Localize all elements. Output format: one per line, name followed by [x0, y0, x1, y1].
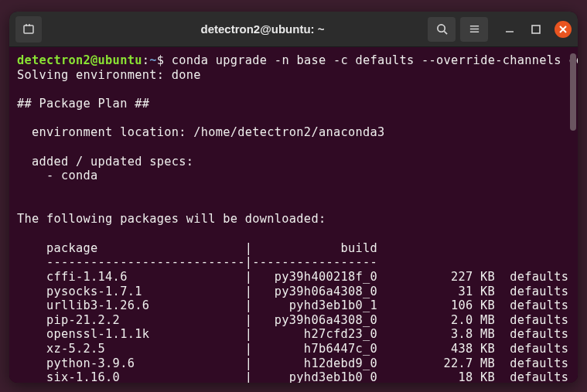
- prompt-path: ~: [149, 53, 157, 67]
- blank-line: [17, 140, 570, 155]
- window-title: detectron2@ubuntu: ~: [124, 22, 401, 36]
- maximize-button[interactable]: [528, 22, 544, 37]
- blank-line: [17, 183, 570, 198]
- titlebar-right: [401, 17, 572, 42]
- search-button[interactable]: [428, 17, 456, 42]
- package-row: pysocks-1.7.1 | py39h06a4308_0 31 KB def…: [17, 285, 570, 299]
- prompt-separator: :: [142, 53, 150, 67]
- svg-rect-0: [24, 26, 33, 33]
- titlebar-left: [15, 16, 124, 43]
- svg-rect-2: [532, 26, 540, 33]
- svg-point-1: [437, 25, 444, 32]
- package-row: pip-21.2.2 | py39h06a4308_0 2.0 MB defau…: [17, 313, 570, 328]
- command: conda upgrade -n base -c defaults --over…: [172, 53, 578, 67]
- window-controls: [502, 21, 572, 38]
- package-row: cffi-1.14.6 | py39h400218f_0 227 KB defa…: [17, 270, 570, 285]
- solving-line: Solving environment: done: [17, 68, 570, 83]
- blank-line: [17, 198, 570, 213]
- close-button[interactable]: [555, 21, 572, 38]
- package-row: six-1.16.0 | pyhd3eb1b0_0 18 KB defaults: [17, 370, 570, 383]
- specs-item: - conda: [17, 169, 570, 183]
- env-location: environment location: /home/detectron2/a…: [17, 125, 570, 140]
- package-rows: cffi-1.14.6 | py39h400218f_0 227 KB defa…: [17, 270, 570, 383]
- new-tab-button[interactable]: [15, 16, 42, 43]
- prompt-user-host: detectron2@ubuntu: [17, 53, 142, 67]
- minimize-button[interactable]: [502, 22, 517, 37]
- package-row: xz-5.2.5 | h7b6447c_0 438 KB defaults: [17, 342, 570, 356]
- table-header: package | build: [17, 241, 570, 256]
- plan-header: ## Package Plan ##: [17, 97, 570, 111]
- blank-line: [17, 111, 570, 126]
- download-header: The following packages will be downloade…: [17, 212, 570, 227]
- terminal-window: detectron2@ubuntu: ~ detectron2@: [9, 12, 578, 383]
- prompt-symbol: $: [157, 53, 165, 67]
- blank-line: [17, 82, 570, 97]
- specs-header: added / updated specs:: [17, 155, 570, 169]
- scrollbar-thumb[interactable]: [570, 53, 576, 131]
- command-text: [164, 53, 172, 67]
- hamburger-menu-button[interactable]: [460, 17, 488, 42]
- titlebar: detectron2@ubuntu: ~: [9, 12, 578, 47]
- prompt-line: detectron2@ubuntu:~$ conda upgrade -n ba…: [17, 53, 570, 68]
- terminal-body[interactable]: detectron2@ubuntu:~$ conda upgrade -n ba…: [9, 47, 578, 383]
- package-row: openssl-1.1.1k | h27cfd23_0 3.8 MB defau…: [17, 327, 570, 342]
- table-divider: ---------------------------|------------…: [17, 255, 570, 270]
- blank-line: [17, 227, 570, 241]
- package-row: python-3.9.6 | h12debd9_0 22.7 MB defaul…: [17, 356, 570, 371]
- package-row: urllib3-1.26.6 | pyhd3eb1b0_1 106 KB def…: [17, 298, 570, 313]
